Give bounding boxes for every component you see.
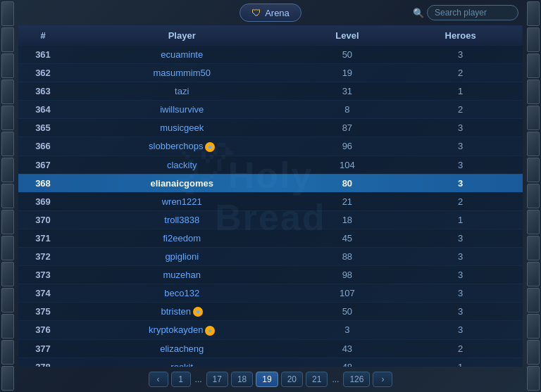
table-row[interactable]: 366slobberchops★963 [18, 137, 523, 156]
cell-heroes: 3 [398, 156, 523, 174]
pagination: ‹ 1 ... 17 18 19 20 21 ... 126 › [15, 367, 526, 392]
cell-player[interactable]: tazi [68, 82, 296, 101]
table-row[interactable]: 363tazi311 [18, 82, 523, 101]
cell-level: 19 [296, 64, 398, 82]
cell-level: 21 [296, 192, 398, 210]
cell-player[interactable]: btristen★ [68, 302, 296, 321]
table-row[interactable]: 378rookit481 [18, 358, 523, 367]
cell-heroes: 3 [398, 137, 523, 156]
page-20-button[interactable]: 20 [281, 372, 303, 387]
table-row[interactable]: 367clackity1043 [18, 156, 523, 174]
cell-player[interactable]: iwillsurvive [68, 101, 296, 119]
cell-player[interactable]: muzehan [68, 265, 296, 284]
cell-heroes: 3 [398, 321, 523, 340]
cell-player[interactable]: rookit [68, 358, 296, 367]
page-19-button[interactable]: 19 [256, 372, 278, 387]
cell-rank: 373 [18, 265, 68, 284]
cell-player[interactable]: fi2eedom [68, 229, 296, 247]
cell-heroes: 2 [398, 192, 523, 210]
table-row[interactable]: 365musicgeek873 [18, 119, 523, 137]
search-area: 🔍 [413, 5, 518, 20]
cell-level: 98 [296, 265, 398, 284]
cell-heroes: 1 [398, 358, 523, 367]
cell-level: 50 [296, 302, 398, 321]
table-row[interactable]: 368elianaicgomes803 [18, 174, 523, 192]
cell-player[interactable]: wren1221 [68, 192, 296, 210]
next-page-button[interactable]: › [373, 372, 392, 387]
arena-button[interactable]: 🛡 Arena [240, 4, 301, 22]
table-row[interactable]: 369wren1221212 [18, 192, 523, 210]
cell-player[interactable]: beco132 [68, 284, 296, 302]
leaderboard-table: # Player Level Heroes 361ecuaminte503362… [18, 25, 523, 367]
cell-player[interactable]: musicgeek [68, 119, 296, 137]
table-row[interactable]: 370troll3838181 [18, 210, 523, 229]
cell-rank: 364 [18, 101, 68, 119]
cell-rank: 370 [18, 210, 68, 229]
prev-page-button[interactable]: ‹ [149, 372, 168, 387]
table-row[interactable]: 373muzehan983 [18, 265, 523, 284]
cell-player[interactable]: slobberchops★ [68, 137, 296, 156]
cell-rank: 365 [18, 119, 68, 137]
main-content: 🛡 Arena 🔍 # Player Level Heroes 361ecuam… [15, 0, 526, 392]
cell-level: 3 [296, 321, 398, 340]
cell-player[interactable]: kryptokayden★ [68, 321, 296, 340]
arena-icon: 🛡 [251, 7, 261, 18]
search-icon: 🔍 [413, 8, 424, 18]
cell-rank: 371 [18, 229, 68, 247]
cell-player[interactable]: elianaicgomes [68, 174, 296, 192]
cell-level: 87 [296, 119, 398, 137]
cell-player[interactable]: gpiglioni [68, 247, 296, 265]
search-input[interactable] [427, 5, 518, 20]
table-row[interactable]: 362masummim50192 [18, 64, 523, 82]
cell-rank: 372 [18, 247, 68, 265]
page-126-button[interactable]: 126 [343, 372, 370, 387]
arena-label: Arena [265, 8, 290, 18]
cell-heroes: 3 [398, 46, 523, 64]
table-row[interactable]: 376kryptokayden★33 [18, 321, 523, 340]
cell-rank: 363 [18, 82, 68, 101]
cell-level: 48 [296, 358, 398, 367]
cell-rank: 369 [18, 192, 68, 210]
cell-rank: 374 [18, 284, 68, 302]
cell-heroes: 2 [398, 339, 523, 358]
page-1-button[interactable]: 1 [171, 372, 191, 387]
cell-level: 104 [296, 156, 398, 174]
cell-heroes: 1 [398, 82, 523, 101]
page-18-button[interactable]: 18 [231, 372, 253, 387]
cell-rank: 361 [18, 46, 68, 64]
cell-rank: 375 [18, 302, 68, 321]
cell-rank: 366 [18, 137, 68, 156]
dots-right: ... [330, 374, 340, 384]
col-heroes: Heroes [398, 25, 523, 46]
cell-rank: 378 [18, 358, 68, 367]
cell-player[interactable]: elizacheng [68, 339, 296, 358]
cell-heroes: 3 [398, 302, 523, 321]
table-row[interactable]: 374beco1321073 [18, 284, 523, 302]
cell-level: 43 [296, 339, 398, 358]
cell-heroes: 3 [398, 284, 523, 302]
cell-heroes: 1 [398, 210, 523, 229]
stone-column-left [0, 0, 15, 392]
page-21-button[interactable]: 21 [306, 372, 328, 387]
cell-player[interactable]: masummim50 [68, 64, 296, 82]
cell-level: 8 [296, 101, 398, 119]
page-17-button[interactable]: 17 [206, 372, 228, 387]
cell-rank: 368 [18, 174, 68, 192]
table-row[interactable]: 375btristen★503 [18, 302, 523, 321]
stone-column-right [526, 0, 541, 392]
cell-player[interactable]: troll3838 [68, 210, 296, 229]
cell-player[interactable]: ecuaminte [68, 46, 296, 64]
table-row[interactable]: 361ecuaminte503 [18, 46, 523, 64]
cell-heroes: 2 [398, 64, 523, 82]
table-container: # Player Level Heroes 361ecuaminte503362… [15, 25, 526, 367]
cell-rank: 362 [18, 64, 68, 82]
table-row[interactable]: 364iwillsurvive82 [18, 101, 523, 119]
cell-player[interactable]: clackity [68, 156, 296, 174]
table-row[interactable]: 377elizacheng432 [18, 339, 523, 358]
cell-rank: 367 [18, 156, 68, 174]
table-row[interactable]: 371fi2eedom453 [18, 229, 523, 247]
cell-heroes: 3 [398, 265, 523, 284]
table-row[interactable]: 372gpiglioni883 [18, 247, 523, 265]
cell-heroes: 2 [398, 101, 523, 119]
cell-rank: 376 [18, 321, 68, 340]
